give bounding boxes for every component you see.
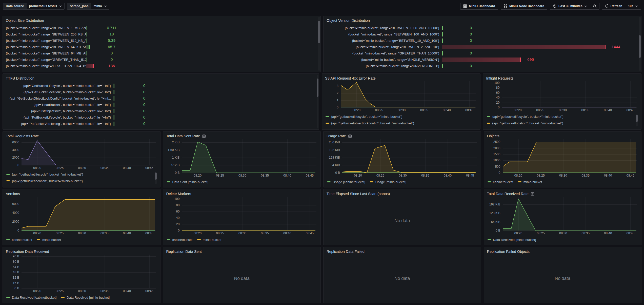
bar-gauge-bar-area: 65.7	[86, 45, 317, 49]
panel-title: Replication Failed Objects	[487, 250, 530, 254]
legend-item[interactable]: Data Sent [minio-bucket]	[167, 179, 208, 185]
legend-item[interactable]: minio-bucket	[37, 236, 61, 243]
series-svg	[22, 139, 156, 165]
legend-item[interactable]: minio-bucket	[518, 179, 542, 185]
legend-item[interactable]: {api="getbucketlifecycle", bucket="minio…	[326, 113, 477, 120]
variable-datasource-dropdown[interactable]: prometheus-test01	[27, 3, 65, 9]
x-tick-label: 08:20	[33, 289, 41, 293]
bar-gauge-bar	[442, 39, 443, 43]
bar-gauge: {bucket="minio-bucket", range="BETWEEN_1…	[6, 24, 317, 70]
bar-gauge-bar-area: 0	[113, 115, 316, 120]
bar-gauge-value: 0	[143, 121, 146, 126]
scrollbar-thumb[interactable]	[318, 21, 320, 43]
refresh-button[interactable]: Refresh	[602, 3, 626, 10]
panel-header[interactable]: Replication Data Sent	[163, 247, 321, 254]
legend: Data Received [minio-bucket]	[487, 236, 638, 243]
legend-item[interactable]: Data Received [minio-bucket]	[488, 236, 536, 243]
panel-description-icon[interactable]	[531, 192, 534, 196]
legend-item[interactable]: {api="getbucketlocation", bucket="minio-…	[6, 178, 157, 184]
minio-dashboard-link-button[interactable]: MinIO Dashboard	[460, 3, 498, 10]
panel-replication-failed-objects: Replication Failed ObjectsNo data	[484, 247, 642, 303]
y-tick-label: 1.50 KiB	[168, 148, 179, 152]
panel-header[interactable]: Total Data Received Rate	[484, 189, 641, 196]
y-tick-label: 4000	[12, 211, 19, 215]
panel-header[interactable]: Object Version Distribution	[324, 16, 641, 23]
panel-header[interactable]: Time Elapsed Since Last Scan (nanos)	[324, 189, 481, 196]
panel-scrollbar[interactable]	[639, 17, 641, 71]
panel-header[interactable]: Inflight Requests	[483, 74, 641, 81]
panel-body: 0 B64 KiB128 KiB192 KiB256 KiB08:2008:25…	[324, 139, 481, 187]
legend-item[interactable]: cabinetbucket	[167, 236, 193, 243]
zoom-out-time-button[interactable]	[590, 3, 599, 10]
series-svg	[22, 255, 156, 288]
bar-gauge: {bucket="minio-bucket", range="BETWEEN_1…	[327, 24, 638, 70]
scrollbar-thumb[interactable]	[636, 115, 638, 122]
time-range-picker[interactable]: Last 30 minutes	[550, 3, 590, 10]
plot-area[interactable]	[22, 139, 156, 165]
legend-item[interactable]: {api="getbucketlifecycle", bucket="minio…	[6, 171, 157, 178]
panel-header[interactable]: Total Data Sent Rate	[163, 131, 321, 139]
legend-series-label: {api="getbucketlocation", bucket="minio-…	[492, 121, 563, 125]
plot-area[interactable]	[341, 81, 476, 107]
plot-area[interactable]	[503, 197, 637, 231]
panel-description-icon[interactable]	[348, 134, 352, 138]
legend-series-label: {api="getbucketlifecycle", bucket="minio…	[492, 115, 564, 119]
panel-description-icon[interactable]	[202, 134, 206, 138]
panel-header[interactable]: S3 API Request 4xx Error Rate	[322, 74, 480, 81]
dashboard-row-2: TTFB Distribution{api="GetBucketLifecycl…	[3, 73, 641, 130]
x-tick-label: 08:35	[581, 108, 589, 112]
panel-header[interactable]: Total Requests Rate	[3, 131, 160, 139]
panel-scrollbar[interactable]	[317, 75, 318, 128]
legend-item[interactable]: Data Received [minio-bucket]	[61, 294, 110, 301]
gridline-horizontal	[182, 231, 317, 231]
legend-item[interactable]: {api="getbucketobjectlockconfig", bucket…	[6, 184, 157, 185]
panel-header[interactable]: TTFB Distribution	[3, 74, 319, 81]
x-tick-label: 08:25	[56, 166, 64, 170]
legend-item[interactable]: Usage [cabinetbucket]	[327, 179, 365, 185]
panel-header[interactable]: Usage Rate	[324, 131, 481, 139]
legend-item[interactable]: {api="getbucketobjectlockconfig", bucket…	[487, 126, 638, 127]
legend-series-label: cabinetbucket	[12, 238, 32, 242]
legend-scrollbar[interactable]	[155, 172, 157, 184]
plot-area[interactable]	[182, 197, 317, 231]
panel-header[interactable]: Replication Data Failed	[324, 247, 481, 254]
legend-item[interactable]: Data Received [cabinetbucket]	[6, 294, 56, 301]
legend-item[interactable]: Usage [minio-bucket]	[370, 179, 406, 185]
bar-gauge-row: {api="PutBucketLifecycle", bucket="minio…	[6, 115, 316, 120]
plot-area[interactable]	[342, 139, 477, 173]
gridline-horizontal	[22, 231, 156, 231]
legend-scrollbar[interactable]	[636, 114, 638, 126]
panel-header[interactable]: Delete Markers	[163, 189, 321, 196]
legend-item[interactable]: {api="getbucketlifecycle", bucket="minio…	[487, 113, 638, 120]
scrollbar-thumb[interactable]	[317, 79, 318, 97]
legend-item[interactable]: minio-bucket	[197, 236, 222, 243]
legend-item[interactable]: {api="getbucketlocation", bucket="minio-…	[487, 120, 638, 126]
time-series-chart: 0 B64 KiB128 KiB192 KiB256 KiB08:2008:25…	[327, 139, 478, 185]
panel-header[interactable]: Replication Data Received	[3, 247, 160, 254]
time-series-chart: 0 B16 B32 B48 B64 B80 B96 B08:2008:2508:…	[6, 255, 157, 301]
plot-area[interactable]	[182, 139, 317, 173]
scrollbar-thumb[interactable]	[155, 173, 157, 180]
y-tick-label: 1500	[493, 152, 500, 156]
bar-gauge-value: 695	[527, 57, 534, 62]
minio-node-dashboard-link-button[interactable]: MinIO Node Dashboard	[501, 3, 547, 10]
x-tick-label: 08:35	[421, 174, 429, 177]
panel-scrollbar[interactable]	[318, 17, 320, 71]
panel-header[interactable]: Object Size Distribution	[3, 16, 320, 23]
bar-gauge-row-label: {api="HeadBucket", bucket="minio-bucket"…	[6, 103, 113, 107]
plot-area[interactable]	[502, 81, 637, 107]
refresh-interval-picker[interactable]: 10s	[625, 3, 641, 10]
legend-item[interactable]: {api="getbucketobjectlockconfig", bucket…	[326, 120, 477, 126]
plot-area[interactable]	[22, 255, 156, 288]
panel-header[interactable]: Versions	[3, 189, 160, 196]
scrollbar-thumb[interactable]	[639, 35, 641, 58]
panel-header[interactable]: Replication Failed Objects	[484, 247, 641, 254]
legend-item[interactable]: cabinetbucket	[488, 179, 513, 185]
legend-item[interactable]: cabinetbucket	[6, 236, 32, 243]
bar-gauge-value: 18	[109, 32, 114, 36]
variable-scrapejobs-dropdown[interactable]: minio	[91, 3, 109, 9]
plot-area[interactable]	[503, 139, 637, 173]
panel-header[interactable]: Objects	[484, 131, 641, 139]
plot-area[interactable]	[22, 197, 156, 231]
variable-scrapejobs: scrape_jobs minio	[67, 3, 109, 10]
